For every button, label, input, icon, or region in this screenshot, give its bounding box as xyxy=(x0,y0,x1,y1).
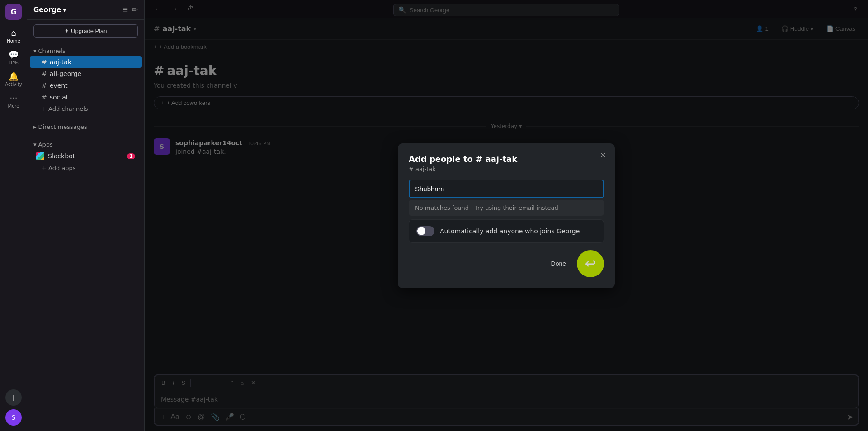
modal-overlay: × Add people to # aaj-tak # aaj-tak No m… xyxy=(145,0,868,431)
nav-item-activity[interactable]: 🔔 Activity xyxy=(2,69,25,90)
workspace-name[interactable]: George ▾ xyxy=(33,6,66,14)
nav-label-more: More xyxy=(8,104,19,109)
sidebar-item-slackbot[interactable]: Slackbot 1 xyxy=(30,150,142,162)
dm-section-header[interactable]: ▸ Direct messages xyxy=(27,122,144,132)
nav-label-dms: DMs xyxy=(9,60,19,65)
channel-name: all-george xyxy=(50,70,82,77)
channels-section-header[interactable]: ▾ Channels xyxy=(27,46,144,56)
done-button[interactable]: Done xyxy=(545,257,572,270)
sidebar-item-social[interactable]: # social xyxy=(30,91,142,103)
add-people-modal: × Add people to # aaj-tak # aaj-tak No m… xyxy=(398,143,615,288)
channels-section: ▾ Channels # aaj-tak # all-george # even… xyxy=(27,42,144,118)
nav-label-activity: Activity xyxy=(5,82,22,87)
slackbot-badge: 1 xyxy=(127,153,135,159)
home-icon: ⌂ xyxy=(11,28,16,38)
main-content: ← → ⏱ 🔍 ? # aaj-tak ▾ 👤 1 🎧 xyxy=(145,0,868,431)
channel-name: social xyxy=(50,94,68,101)
slackbot-icon xyxy=(36,152,44,160)
sidebar-item-event[interactable]: # event xyxy=(30,80,142,91)
hash-icon: # xyxy=(42,58,47,66)
icon-bar: G ⌂ Home 💬 DMs 🔔 Activity ··· More + S xyxy=(0,0,27,431)
modal-footer: Done ↩ xyxy=(409,250,604,277)
sidebar-header: George ▾ ≡ ✏ xyxy=(27,0,144,20)
sidebar: George ▾ ≡ ✏ ✦ Upgrade Plan ▾ Channels #… xyxy=(27,0,145,431)
modal-title: Add people to # aaj-tak xyxy=(409,154,604,164)
sidebar-item-aaj-tak[interactable]: # aaj-tak xyxy=(30,56,142,68)
collapse-channels-icon: ▾ xyxy=(33,47,37,54)
workspace-icon[interactable]: G xyxy=(5,4,22,20)
hash-icon: # xyxy=(42,82,47,89)
sidebar-item-all-george[interactable]: # all-george xyxy=(30,68,142,80)
hash-icon: # xyxy=(42,94,47,101)
slackbot-name: Slackbot xyxy=(48,152,75,160)
add-workspace-button[interactable]: + xyxy=(5,389,22,406)
modal-subtitle: # aaj-tak xyxy=(409,166,604,172)
user-avatar[interactable]: S xyxy=(5,409,22,426)
channel-name: event xyxy=(50,82,68,89)
cursor-emoji: ↩ xyxy=(577,250,604,277)
activity-icon: 🔔 xyxy=(9,71,19,81)
add-channel-button[interactable]: + Add channels xyxy=(30,103,142,114)
more-icon: ··· xyxy=(9,93,17,103)
toggle-label: Automatically add anyone who joins Georg… xyxy=(440,227,580,235)
dms-icon: 💬 xyxy=(9,50,19,59)
apps-section-header[interactable]: ▾ Apps xyxy=(27,139,144,150)
compose-icon[interactable]: ✏ xyxy=(132,5,138,14)
add-apps-button[interactable]: + Add apps xyxy=(30,162,142,174)
nav-item-dms[interactable]: 💬 DMs xyxy=(2,47,25,68)
channel-name: aaj-tak xyxy=(50,58,71,66)
toggle-row: Automatically add anyone who joins Georg… xyxy=(409,219,604,243)
dm-section: ▸ Direct messages xyxy=(27,118,144,136)
filter-icon[interactable]: ≡ xyxy=(122,5,128,14)
no-matches-text: No matches found - Try using their email… xyxy=(409,200,604,216)
auto-add-toggle[interactable] xyxy=(416,226,434,236)
collapse-dm-icon: ▸ xyxy=(33,123,37,130)
apps-section: ▾ Apps Slackbot 1 + Add apps xyxy=(27,136,144,177)
nav-item-home[interactable]: ⌂ Home xyxy=(2,25,25,46)
add-people-input[interactable] xyxy=(409,180,604,198)
nav-label-home: Home xyxy=(7,38,20,43)
upgrade-plan-button[interactable]: ✦ Upgrade Plan xyxy=(33,24,138,38)
collapse-apps-icon: ▾ xyxy=(33,141,37,148)
nav-item-more[interactable]: ··· More xyxy=(2,90,25,111)
modal-close-button[interactable]: × xyxy=(598,150,609,161)
hash-icon: # xyxy=(42,70,47,77)
